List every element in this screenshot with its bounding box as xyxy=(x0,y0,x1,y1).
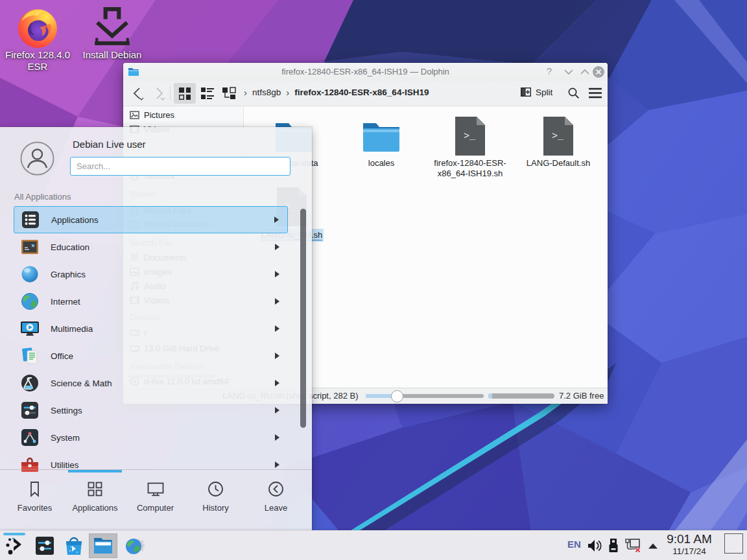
education-category-icon xyxy=(19,237,40,257)
help-button[interactable]: ? xyxy=(543,65,556,78)
breadcrumb: › ntfs8gb › firefox-12840-ESR-x86_64-ISH… xyxy=(244,87,429,98)
submenu-arrow-icon xyxy=(274,379,280,387)
chevron-up-icon xyxy=(648,543,658,549)
category-multimedia[interactable]: Multimedia xyxy=(14,315,288,342)
free-space-bar-free xyxy=(488,393,492,399)
submenu-arrow-icon xyxy=(274,298,280,305)
multimedia-category-icon xyxy=(19,318,40,339)
application-launcher-menu: Debian Live user All Applications Applic… xyxy=(0,127,312,530)
submenu-arrow-icon xyxy=(274,243,280,251)
window-title: firefox-12840-ESR-x86_64-ISH19 — Dolphin xyxy=(123,67,608,76)
zoom-slider-handle[interactable] xyxy=(391,390,403,402)
dolphin-icon xyxy=(93,536,113,555)
system-settings-icon xyxy=(35,536,54,555)
category-internet[interactable]: Internet xyxy=(14,288,288,315)
all-applications-header: All Applications xyxy=(14,192,71,202)
tab-computer[interactable]: Computer xyxy=(125,470,185,531)
device-notifier-tray-icon[interactable] xyxy=(605,537,622,555)
taskbar-launcher-button[interactable] xyxy=(2,533,27,558)
category-settings[interactable]: Settings xyxy=(14,397,288,424)
icons-view-button[interactable] xyxy=(174,83,196,104)
favorites-bookmark-icon xyxy=(26,480,43,498)
breadcrumb-parent[interactable]: ntfs8gb xyxy=(252,88,281,97)
category-education[interactable]: Education xyxy=(14,233,288,261)
hamburger-menu-button[interactable] xyxy=(588,88,602,99)
back-button[interactable] xyxy=(130,86,146,101)
tree-view-button[interactable] xyxy=(222,87,236,100)
volume-tray-icon[interactable] xyxy=(586,537,604,555)
taskbar-dolphin-active[interactable] xyxy=(89,533,117,558)
desktop-icon-install-debian[interactable]: Install Debian xyxy=(82,6,142,61)
details-view-button[interactable] xyxy=(200,87,215,100)
category-system[interactable]: System xyxy=(14,424,288,451)
desktop-icon-label: Firefox 128.4.0 ESR xyxy=(1,49,74,73)
taskbar-discover[interactable] xyxy=(62,533,86,558)
zoom-slider[interactable] xyxy=(366,394,484,398)
category-office[interactable]: Office xyxy=(14,342,288,369)
desktop: Firefox 128.4.0 ESR Install Debian firef… xyxy=(0,0,747,560)
category-graphics[interactable]: Graphics xyxy=(14,261,288,288)
submenu-arrow-icon xyxy=(274,216,279,224)
firefox-icon xyxy=(16,6,59,49)
breadcrumb-current[interactable]: firefox-12840-ESR-x86_64-ISH19 xyxy=(294,88,429,97)
file-item-lang-default[interactable]: >_ LANG-Default.sh xyxy=(516,115,600,169)
usb-device-icon xyxy=(608,538,619,554)
network-disconnected-icon xyxy=(624,538,641,554)
svg-text:>_: >_ xyxy=(552,131,564,142)
file-item-firefox-script[interactable]: >_ firefox-12840-ESR- x86_64-ISH19.sh xyxy=(428,115,512,179)
taskbar-system-settings[interactable] xyxy=(32,533,57,558)
split-button[interactable]: Split xyxy=(520,86,552,98)
places-item-pictures[interactable]: Pictures xyxy=(130,110,174,120)
taskbar-web-browser[interactable] xyxy=(122,533,147,558)
submenu-arrow-icon xyxy=(274,434,280,441)
launcher-tabbar: Favorites Applications Computer xyxy=(0,469,312,530)
file-item-locales[interactable]: locales xyxy=(339,115,423,169)
science-category-icon xyxy=(19,373,40,393)
user-name: Debian Live user xyxy=(73,139,146,150)
tab-leave[interactable]: Leave xyxy=(246,470,306,531)
internet-category-icon xyxy=(19,291,40,312)
search-button[interactable] xyxy=(567,86,580,100)
dolphin-titlebar[interactable]: firefox-12840-ESR-x86_64-ISH19 — Dolphin… xyxy=(123,63,608,81)
tab-applications[interactable]: Applications xyxy=(65,470,125,531)
minimize-button[interactable] xyxy=(563,68,574,76)
breadcrumb-chevron: › xyxy=(244,87,247,98)
keyboard-layout-indicator[interactable]: EN xyxy=(567,539,581,550)
free-space-bar xyxy=(488,393,554,399)
split-label: Split xyxy=(536,88,552,97)
search-input[interactable] xyxy=(70,157,290,176)
maximize-button[interactable] xyxy=(580,68,590,76)
clock-date: 11/17/24 xyxy=(658,546,721,556)
network-tray-icon[interactable] xyxy=(624,537,642,555)
digital-clock[interactable]: 9:01 AM 11/17/24 xyxy=(658,532,721,556)
close-button[interactable] xyxy=(592,65,605,78)
taskbar-panel: EN xyxy=(0,530,747,560)
office-category-icon xyxy=(19,345,40,366)
shell-script-icon: >_ xyxy=(538,115,579,157)
shell-script-icon: >_ xyxy=(449,115,491,157)
desktop-icon-firefox[interactable]: Firefox 128.4.0 ESR xyxy=(1,6,74,73)
clock-time: 9:01 AM xyxy=(658,532,721,546)
tab-favorites[interactable]: Favorites xyxy=(5,470,65,531)
category-applications[interactable]: Applications xyxy=(14,206,288,233)
category-science-math[interactable]: Science & Math xyxy=(14,369,288,397)
split-icon xyxy=(520,86,532,98)
install-debian-icon xyxy=(91,6,134,49)
kde-launcher-icon xyxy=(5,537,25,555)
graphics-category-icon xyxy=(19,264,40,285)
discover-icon xyxy=(64,536,84,556)
svg-text:>_: >_ xyxy=(464,131,476,142)
user-avatar[interactable] xyxy=(20,141,54,176)
forward-button[interactable] xyxy=(152,86,167,101)
show-desktop-button[interactable] xyxy=(724,533,743,554)
launcher-scrollbar[interactable] xyxy=(300,209,306,428)
leave-icon xyxy=(267,480,285,498)
file-label: firefox-12840-ESR- x86_64-ISH19.sh xyxy=(428,158,512,179)
breadcrumb-chevron: › xyxy=(286,87,289,98)
applications-category-icon xyxy=(20,209,41,230)
dolphin-toolbar: › ntfs8gb › firefox-12840-ESR-x86_64-ISH… xyxy=(123,81,608,106)
web-browser-globe-icon xyxy=(124,536,145,556)
tab-history[interactable]: History xyxy=(185,470,246,531)
desktop-icon-label: Install Debian xyxy=(82,49,142,61)
history-clock-icon xyxy=(207,480,224,498)
